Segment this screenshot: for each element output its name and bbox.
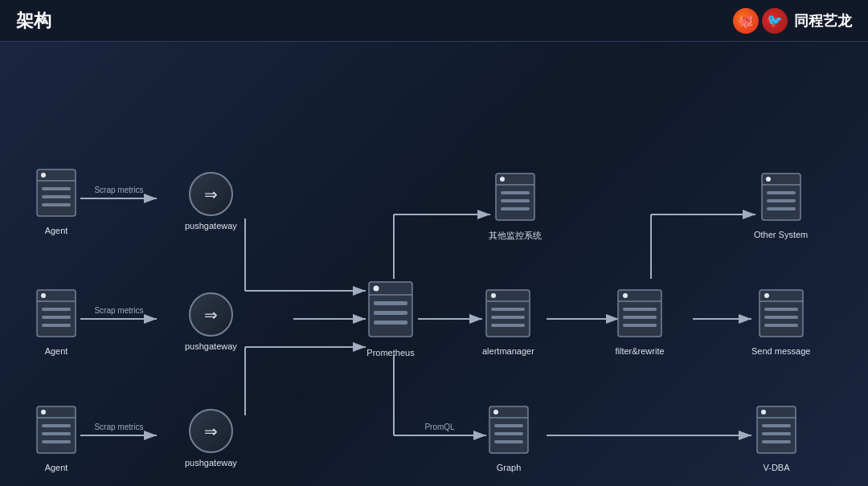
agent-row1: Agent (34, 166, 79, 235)
svg-rect-80 (764, 308, 798, 311)
vdba-label: V-DBA (763, 463, 789, 472)
agent-row3-icon (34, 403, 79, 458)
svg-rect-75 (767, 199, 796, 202)
svg-point-43 (41, 410, 46, 415)
svg-point-49 (500, 177, 505, 182)
svg-rect-68 (623, 308, 657, 311)
svg-rect-69 (623, 316, 657, 319)
agent-row1-label: Agent (45, 226, 68, 235)
svg-rect-86 (762, 424, 791, 427)
svg-rect-28 (42, 203, 71, 206)
graph-label: Graph (497, 463, 522, 472)
alertmanager: alertmanager (482, 287, 534, 356)
logo-icons: 🐙 🐦 (733, 8, 788, 34)
svg-rect-62 (494, 424, 523, 427)
svg-rect-45 (42, 432, 71, 435)
send-message-label: Send message (751, 346, 810, 356)
svg-point-55 (491, 293, 496, 298)
logo-text: 同程艺龙 (794, 11, 852, 31)
alertmanager-icon (483, 287, 533, 341)
svg-text:PromQL: PromQL (424, 423, 455, 431)
svg-point-73 (766, 177, 771, 182)
svg-rect-74 (767, 191, 796, 194)
svg-rect-32 (42, 308, 71, 311)
svg-rect-50 (501, 191, 530, 194)
pushgateway-row1: ⇒ pushgateway (185, 172, 237, 231)
svg-point-79 (764, 293, 769, 298)
alertmanager-label: alertmanager (482, 346, 534, 356)
agent-row2-label: Agent (45, 346, 68, 356)
svg-rect-64 (494, 440, 523, 443)
send-message-icon (756, 287, 806, 341)
other-monitor-label: 其他监控系统 (489, 230, 542, 242)
svg-rect-27 (42, 195, 71, 198)
svg-rect-51 (501, 199, 530, 202)
svg-rect-82 (764, 324, 798, 327)
svg-point-61 (493, 410, 498, 415)
logo-icon2: 🐦 (762, 8, 788, 34)
graph-icon (486, 403, 531, 458)
arrows-svg: Scrap metrics Scrap metrics Scrap metric… (0, 42, 868, 486)
svg-rect-40 (374, 321, 407, 325)
filter-rewrite: filter&rewrite (615, 287, 665, 356)
svg-rect-88 (762, 440, 791, 443)
svg-rect-81 (764, 316, 798, 319)
svg-rect-70 (623, 324, 657, 327)
other-system-label: Other System (754, 230, 808, 239)
svg-rect-34 (42, 324, 71, 327)
pushgateway-row1-shape: ⇒ (189, 172, 233, 216)
pushgateway-row2: ⇒ pushgateway (185, 292, 237, 351)
vdba: V-DBA (754, 403, 799, 472)
vdba-icon (754, 403, 799, 458)
svg-text:Scrap metrics: Scrap metrics (94, 423, 143, 431)
svg-rect-63 (494, 432, 523, 435)
prometheus-label: Prometheus (366, 348, 414, 357)
pushgateway-row2-label: pushgateway (185, 341, 237, 351)
pushgateway-row3-shape: ⇒ (189, 409, 233, 453)
svg-rect-44 (42, 424, 71, 427)
svg-rect-58 (491, 324, 525, 327)
pushgateway-row3-label: pushgateway (185, 458, 237, 468)
filter-icon (615, 287, 665, 341)
svg-rect-38 (374, 301, 407, 305)
svg-rect-46 (42, 440, 71, 443)
agent-row3-label: Agent (45, 463, 68, 472)
prometheus: Prometheus (366, 279, 416, 357)
pushgateway-row3: ⇒ pushgateway (185, 409, 237, 468)
send-message: Send message (751, 287, 810, 356)
header: 架构 🐙 🐦 同程艺龙 (0, 0, 868, 42)
agent-row2-icon (34, 287, 79, 341)
other-monitor: 其他监控系统 (489, 170, 542, 242)
svg-rect-57 (491, 316, 525, 319)
agent-row1-icon (34, 166, 79, 221)
prometheus-icon (366, 279, 416, 343)
agent-row2: Agent (34, 287, 79, 356)
agent-row3: Agent (34, 403, 79, 472)
other-system: Other System (754, 170, 808, 239)
other-monitor-icon (493, 170, 538, 225)
svg-rect-52 (501, 207, 530, 210)
page-title: 架构 (16, 9, 51, 33)
logo-icon1: 🐙 (733, 8, 759, 34)
svg-point-85 (761, 410, 766, 415)
svg-text:Scrap metrics: Scrap metrics (94, 306, 143, 315)
svg-rect-76 (767, 207, 796, 210)
other-system-icon (759, 170, 804, 225)
pushgateway-row2-shape: ⇒ (189, 292, 233, 337)
svg-text:Scrap metrics: Scrap metrics (94, 186, 143, 194)
svg-rect-56 (491, 308, 525, 311)
svg-rect-87 (762, 432, 791, 435)
filter-label: filter&rewrite (615, 346, 664, 356)
architecture-diagram: Scrap metrics Scrap metrics Scrap metric… (0, 42, 868, 486)
svg-point-31 (41, 293, 46, 298)
svg-rect-33 (42, 316, 71, 319)
logo-area: 🐙 🐦 同程艺龙 (733, 8, 852, 34)
pushgateway-row1-label: pushgateway (185, 221, 237, 231)
svg-point-37 (374, 286, 379, 292)
svg-point-25 (41, 173, 46, 178)
svg-rect-26 (42, 187, 71, 190)
svg-point-67 (623, 293, 628, 298)
svg-rect-39 (374, 311, 407, 315)
graph: Graph (486, 403, 531, 472)
